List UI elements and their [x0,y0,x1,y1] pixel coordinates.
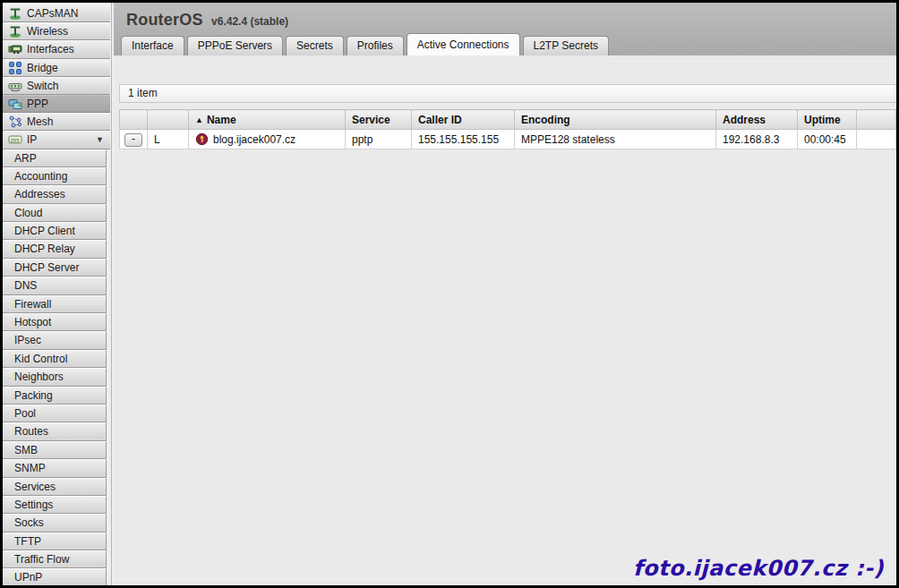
column-header-encoding[interactable]: Encoding [515,110,716,130]
tab-active-connections[interactable]: Active Connections [407,33,520,55]
sidebar-subitem-smb[interactable]: SMB [3,441,107,459]
bridge-icon [7,61,22,75]
sidebar-item-capsman[interactable]: CAPsMAN [3,4,110,22]
cell-encoding: MPPE128 stateless [515,130,716,149]
sidebar-subitem-dhcp-client[interactable]: DHCP Client [3,222,107,240]
sidebar-item-interfaces[interactable]: Interfaces [3,40,110,58]
sidebar-item-label: Wireless [27,25,110,38]
sidebar-subitem-tftp[interactable]: TFTP [3,533,107,550]
sidebar-subitem-arp[interactable]: ARP [3,149,107,167]
sidebar-subitem-hotspot[interactable]: Hotspot [3,313,107,331]
sidebar-subitem-neighbors[interactable]: Neighbors [3,368,107,386]
sidebar-item-ppp[interactable]: PPP [3,95,110,113]
switch-icon [7,79,22,93]
ip-icon: 255 [7,132,22,147]
sidebar: CAPsMANWirelessInterfacesBridgeSwitchPPP… [3,3,114,585]
page-title: RouterOS [126,11,203,29]
column-header-name[interactable]: ▲Name [189,110,346,130]
sidebar-item-wireless[interactable]: Wireless [3,22,110,40]
active-connection-icon [195,132,209,146]
sidebar-subitem-pool[interactable]: Pool [3,405,107,422]
sidebar-subitem-cloud[interactable]: Cloud [3,204,107,222]
version-label: v6.42.4 (stable) [211,15,288,28]
cell-uptime: 00:00:45 [798,130,857,149]
table-row[interactable]: -Lblog.ijacek007.czpptp155.155.155.155MP… [120,130,896,149]
antenna-icon [7,6,22,21]
cell-remove: - [120,130,148,149]
sidebar-subitem-traffic-flow[interactable]: Traffic Flow [3,550,107,568]
sidebar-item-label: PPP [27,98,110,110]
sidebar-subitem-accounting[interactable]: Accounting [3,167,107,185]
sidebar-item-ip[interactable]: 255IP▼ [3,131,110,149]
mesh-icon [7,115,22,129]
column-header-service[interactable]: Service [346,110,412,130]
item-count-bar: 1 item [119,84,896,103]
sidebar-item-label: IP [27,133,96,146]
disable-button[interactable]: - [124,133,142,147]
sidebar-subitem-snmp[interactable]: SNMP [3,459,107,477]
column-header-uptime[interactable]: Uptime [798,110,857,130]
app-window: CAPsMANWirelessInterfacesBridgeSwitchPPP… [3,3,896,585]
caret-down-icon[interactable]: ▼ [96,135,110,144]
svg-text:255: 255 [10,138,20,143]
sidebar-submenu: ARPAccountingAddressesCloudDHCP ClientDH… [3,149,114,587]
column-header-flags[interactable] [148,110,189,130]
main-panel: RouterOS v6.42.4 (stable) InterfacePPPoE… [114,3,896,585]
sort-ascending-icon: ▲ [195,115,203,124]
sidebar-item-label: Switch [27,80,110,92]
sidebar-subitem-packing[interactable]: Packing [3,387,107,405]
antenna-icon [7,24,22,38]
tab-bar: InterfacePPPoE ServersSecretsProfilesAct… [121,33,609,55]
column-header-spacer[interactable] [857,110,896,130]
sidebar-subitem-socks[interactable]: Socks [3,514,107,532]
sidebar-menu: CAPsMANWirelessInterfacesBridgeSwitchPPP… [3,4,114,149]
ppp-icon [7,97,22,111]
tab-l2tp-secrets[interactable]: L2TP Secrets [523,36,609,55]
tab-interface[interactable]: Interface [121,36,184,55]
column-header-remove[interactable] [120,110,148,130]
sidebar-subitem-services[interactable]: Services [3,478,107,496]
sidebar-subitem-dns[interactable]: DNS [3,277,107,294]
sidebar-subitem-firewall[interactable]: Firewall [3,295,107,313]
interface-card-icon [7,42,22,56]
cell-name: blog.ijacek007.cz [189,130,346,149]
cell-service: pptp [346,130,412,149]
cell-address: 192.168.8.3 [716,130,798,149]
connections-table: ▲NameServiceCaller IDEncodingAddressUpti… [119,109,896,149]
sidebar-subitem-ipsec[interactable]: IPsec [3,331,107,349]
cell-flags: L [148,130,189,149]
title-line: RouterOS v6.42.4 (stable) [114,3,896,30]
sidebar-subitem-kid-control[interactable]: Kid Control [3,350,107,368]
cell-caller_id: 155.155.155.155 [412,130,515,149]
content-area: 1 item ▲NameServiceCaller IDEncodingAddr… [114,55,896,585]
sidebar-subitem-routes[interactable]: Routes [3,422,107,440]
sidebar-item-label: CAPsMAN [27,7,110,20]
tab-pppoe-servers[interactable]: PPPoE Servers [187,36,283,55]
sidebar-item-switch[interactable]: Switch [3,77,110,95]
sidebar-subitem-dhcp-server[interactable]: DHCP Server [3,259,107,277]
sidebar-subitem-upnp[interactable]: UPnP [3,568,107,586]
titlebar: RouterOS v6.42.4 (stable) InterfacePPPoE… [114,3,896,55]
sidebar-item-mesh[interactable]: Mesh [3,113,110,131]
cell-spacer [857,130,896,149]
sidebar-subitem-addresses[interactable]: Addresses [3,185,107,203]
sidebar-subitem-dhcp-relay[interactable]: DHCP Relay [3,240,107,258]
sidebar-item-label: Mesh [27,115,110,128]
sidebar-item-label: Interfaces [27,43,110,55]
column-header-address[interactable]: Address [716,110,798,130]
table-header-row: ▲NameServiceCaller IDEncodingAddressUpti… [120,110,896,130]
sidebar-subitem-settings[interactable]: Settings [3,496,107,514]
sidebar-item-bridge[interactable]: Bridge [3,59,110,77]
sidebar-item-label: Bridge [27,62,110,74]
watermark: foto.ijacek007.cz :-) [633,556,884,581]
tab-profiles[interactable]: Profiles [347,36,404,55]
tab-secrets[interactable]: Secrets [286,36,344,55]
column-header-caller-id[interactable]: Caller ID [412,110,515,130]
table-body: -Lblog.ijacek007.czpptp155.155.155.155MP… [120,130,896,149]
